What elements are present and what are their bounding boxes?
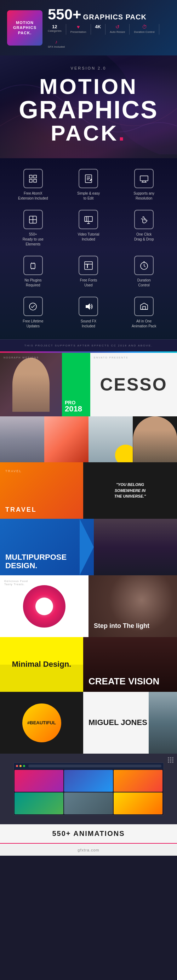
feature-resolution-label: Supports anyResolution — [134, 191, 154, 201]
feature-elements-label: 550+Ready to useElements — [23, 232, 43, 247]
preview-8-mockup — [0, 754, 177, 824]
feature-edit-label: Simple & easyto Edit — [77, 191, 100, 201]
product-box-content: MOTION GRAPHICS PACK. — [11, 18, 38, 37]
preview-4-photo-bg — [94, 519, 177, 575]
stat-categories: 12 Categories — [48, 24, 61, 35]
site-label: gfxtra.com — [77, 848, 99, 852]
preview-5: Delicious FoodTasty Treats. Step into Th… — [0, 575, 177, 637]
preview-2 — [0, 416, 177, 462]
preview-2-col-b — [44, 416, 88, 462]
preview-6: Minimal Design. CREATE VISION — [0, 637, 177, 692]
animations-label: 550+ ANIMATIONS — [5, 830, 172, 838]
mockup-topbar — [14, 763, 164, 769]
hero-pack: PACK. — [19, 122, 158, 144]
feature-allinone-label: All in OneAnimation Pack — [132, 319, 156, 329]
svg-line-31 — [144, 266, 145, 267]
nograph-label: NOGRAPH MOTIONS — [3, 356, 39, 359]
feature-allinone: All in OneAnimation Pack — [118, 297, 170, 329]
preview-1-person — [12, 358, 50, 412]
preview-1-right: ENVATO PRESENTS CESSO — [90, 353, 177, 416]
features-grid: Free AtomXExtension Included Simple & ea… — [7, 169, 170, 329]
preview-1: NOGRAPH MOTIONS PRO 2018 ENVATO PRESENTS… — [0, 353, 177, 416]
feature-elements: 550+Ready to useElements — [7, 210, 59, 247]
preview-1-year: 2018 — [65, 405, 87, 413]
edit-icon-wrap — [79, 169, 98, 188]
elements-icon-wrap — [23, 210, 43, 229]
mockup-cell-5 — [64, 792, 113, 815]
svg-rect-35 — [143, 307, 145, 309]
preview-4-multipurpose: MULTIPURPOSEDESIGN. — [0, 519, 94, 575]
preview-4-photo — [94, 519, 177, 575]
product-motion-text: MOTION — [13, 20, 37, 25]
mockup-screen — [13, 762, 164, 815]
preview-3-travel-panel: TRAVEL TRAVEL — [0, 462, 83, 519]
preview-7: #BEAUTIFUL MIGUEL JONES — [0, 692, 177, 754]
features-section: Free AtomXExtension Included Simple & ea… — [0, 158, 177, 339]
donut-circle — [23, 585, 66, 628]
feature-drag: One ClickDrag & Drop — [118, 210, 170, 247]
product-graphics-text: GRAPHICS — [13, 25, 37, 30]
preview-1-green: PRO 2018 — [62, 353, 90, 416]
mockup-cell-6 — [114, 792, 163, 815]
feature-sfx: Sound FXIncluded — [63, 297, 115, 329]
envato-label: ENVATO PRESENTS — [94, 356, 128, 359]
stat-4k: 4K — [95, 24, 101, 35]
preview-1-photo: NOGRAPH MOTIONS — [0, 353, 62, 416]
svg-marker-34 — [86, 303, 90, 310]
feature-extension-label: Free AtomXExtension Included — [18, 191, 48, 201]
preview-7-photo — [149, 692, 177, 754]
feature-duration-label: DurationControl — [137, 278, 151, 288]
main-hero: VERSION 2.0 MOTION GRAPHICS PACK. — [0, 56, 177, 158]
top-banner: MOTION GRAPHICS PACK. 550+ GRAPHICS PACK… — [0, 0, 177, 56]
duration-icon-wrap — [134, 256, 154, 275]
preview-5-label: Delicious FoodTasty Treats. — [4, 579, 28, 586]
drag-icon-wrap — [134, 210, 154, 229]
feature-edit: Simple & easyto Edit — [63, 169, 115, 201]
feature-lifetime-label: Free LifetimeUpdates — [23, 319, 43, 329]
mockup-content — [14, 769, 164, 815]
feature-fonts-label: Free FontsUsed — [80, 278, 97, 288]
preview-6-vision: CREATE VISION — [83, 637, 177, 692]
mockup-dot-green — [23, 765, 25, 767]
preview-7-miguel: MIGUEL JONES — [83, 692, 177, 754]
mockup-cell-2 — [64, 770, 113, 792]
preview-5-donut: Delicious FoodTasty Treats. — [0, 575, 88, 637]
feature-noplugins: No PluginsRequired — [7, 256, 59, 288]
resolution-icon-wrap — [134, 169, 154, 188]
preview-5-light: Step into The light — [88, 575, 177, 637]
svg-rect-21 — [31, 264, 35, 268]
feature-tutorial: Video TutorialIncluded — [63, 210, 115, 247]
stat-autoresize: ↺ Auto Resize — [110, 24, 125, 35]
preview-2-col-d — [133, 416, 177, 462]
svg-rect-8 — [140, 176, 148, 181]
svg-rect-4 — [85, 175, 92, 183]
feature-sfx-label: Sound FXIncluded — [81, 319, 96, 329]
donut-hole — [35, 598, 53, 615]
banner-stats: 12 Categories ♥ Presentation 4K ↺ Auto R… — [48, 24, 170, 48]
product-box: MOTION GRAPHICS PACK. — [7, 10, 42, 46]
preview-3-quote-panel: "YOU BELONGSOMEWHERE INTHE UNIVERSE." — [83, 462, 177, 519]
preview-2-person — [133, 416, 177, 462]
stat-sfx: ♪ SFX Included — [48, 39, 65, 48]
mockup-cell-4 — [14, 792, 63, 815]
beautiful-circle: #BEAUTIFUL — [22, 703, 61, 742]
feature-extension: Free AtomXExtension Included — [7, 169, 59, 201]
version-label: VERSION 2.0 — [71, 66, 106, 70]
noplugins-icon-wrap — [23, 256, 43, 275]
multipurpose-text: MULTIPURPOSEDESIGN. — [5, 553, 88, 570]
project-note: THIS PROJECT SUPPORTS AFTER EFFECTS CC 2… — [0, 339, 177, 352]
feature-duration: DurationControl — [118, 256, 170, 288]
preview-2-col-a — [0, 416, 44, 462]
svg-rect-1 — [34, 175, 37, 178]
mockup-dot-yellow — [19, 765, 22, 767]
svg-rect-0 — [29, 175, 32, 178]
preview-6-minimal: Minimal Design. — [0, 637, 83, 692]
grid-menu-icon — [168, 757, 174, 763]
bottom-section: 550+ ANIMATIONS — [0, 824, 177, 843]
fonts-icon-wrap: T — [79, 256, 98, 275]
mockup-dot-red — [16, 765, 18, 767]
extension-icon-wrap — [23, 169, 43, 188]
allinone-icon-wrap — [134, 297, 154, 316]
sfx-icon-wrap — [79, 297, 98, 316]
preview-2-col-c — [88, 416, 133, 462]
